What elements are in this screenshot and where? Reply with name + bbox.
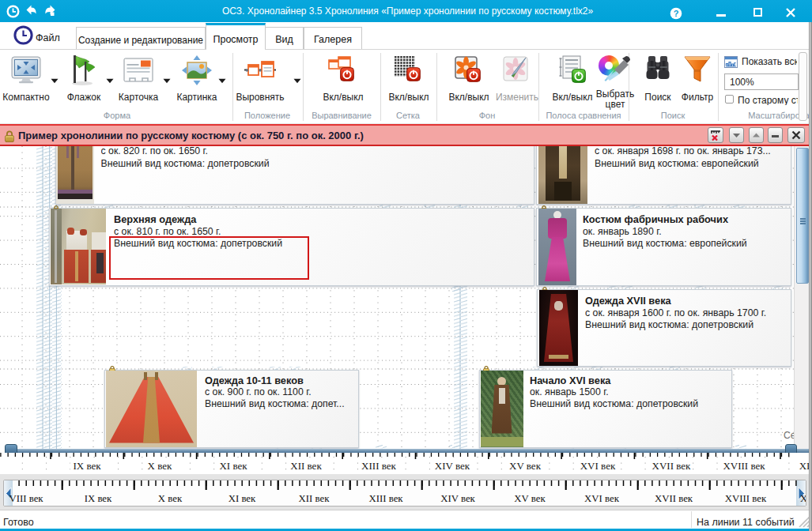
svg-text:?: ?	[674, 9, 679, 18]
